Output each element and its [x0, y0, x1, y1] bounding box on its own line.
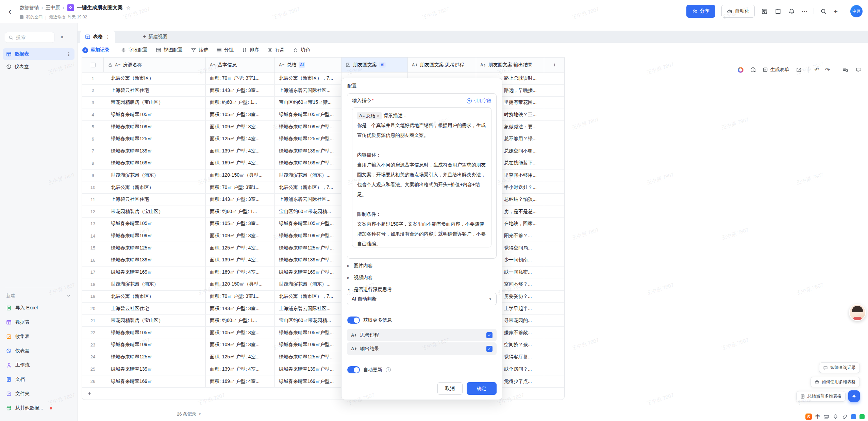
cell-basic-info[interactable]: 面积: 143㎡ 户型: 3室...	[206, 194, 275, 206]
cell-basic-info[interactable]: 面积: 120-150㎡（典型...	[206, 169, 275, 181]
digital-assistant-avatar[interactable]	[849, 304, 866, 321]
column-header-property-name[interactable]: A≡ 房源名称	[104, 58, 206, 72]
share-view-icon[interactable]	[795, 66, 803, 74]
cell-property-name[interactable]: 北辰公寓（新市区）	[104, 181, 206, 193]
cell-basic-info[interactable]: 面积: 169㎡ 户型: 4室...	[206, 266, 275, 278]
row-height-button[interactable]: 行高	[267, 47, 285, 53]
cancel-button[interactable]: 取消	[437, 382, 463, 395]
select-all-checkbox[interactable]	[91, 63, 96, 67]
deep-think-select[interactable]: AI 自动判断 ▼	[347, 293, 497, 305]
notification-bell-icon[interactable]	[788, 7, 796, 15]
option-output-result[interactable]: A 输出结果 ✓	[347, 342, 497, 355]
cell-summary[interactable]: 绿城春来晴翠105㎡户型...	[275, 327, 341, 339]
cell-summary[interactable]: 上海浦东碧云国际社区...	[275, 194, 341, 206]
cell-summary[interactable]: 宝山区约60㎡带花园精...	[275, 315, 341, 327]
sogou-ime-icon[interactable]: S	[805, 414, 812, 420]
ai-assistant-icon[interactable]	[738, 67, 744, 73]
cell-basic-info[interactable]: 面积: 143㎡ 户型: 3室...	[206, 303, 275, 314]
cell-property-name[interactable]: 带花园精装房（宝山区）	[104, 206, 206, 218]
ime-lang-indicator[interactable]: 中	[815, 414, 820, 420]
cell-basic-info[interactable]: 面积: 约60㎡ 户型: 1...	[206, 97, 275, 109]
cell-property-name[interactable]: 绿城春来晴翠169㎡	[104, 375, 206, 388]
cell-summary[interactable]: 绿城春来晴翠105㎡户型...	[275, 218, 341, 230]
cell-basic-info[interactable]: 面积: 139㎡ 户型: 4室...	[206, 254, 275, 266]
cell-property-name[interactable]: 上海碧云社区住宅	[104, 303, 206, 314]
breadcrumb-item[interactable]: 王中原	[46, 5, 60, 11]
fill-color-button[interactable]: 填色	[293, 47, 310, 53]
cell-property-name[interactable]: 绿城春来晴翠105㎡	[104, 327, 206, 339]
redo-icon[interactable]: ↷	[825, 67, 830, 73]
cell-basic-info[interactable]: 面积: 139㎡ 户型: 4室...	[206, 363, 275, 375]
cell-property-name[interactable]: 北辰公寓（新市区）	[104, 72, 206, 84]
keyboard-icon[interactable]	[823, 414, 829, 420]
filter-button[interactable]: 筛选	[191, 47, 208, 53]
new-item-form[interactable]: 收集表	[0, 329, 77, 344]
section-video-content[interactable]: ▶ 视频内容	[347, 273, 373, 283]
cell-summary[interactable]: 绿城春来晴翠109㎡户型...	[275, 230, 341, 242]
column-header-think-process[interactable]: A 朋友圈文案.思考过程	[408, 58, 476, 72]
cell-summary[interactable]: 北辰公寓（新市区），7...	[275, 181, 341, 193]
quick-action-summarize-base[interactable]: 总结当前多维表格	[796, 391, 846, 402]
tab-menu-icon[interactable]: ⋮	[105, 34, 110, 39]
cell-property-name[interactable]: 绿城春来晴翠125㎡	[104, 351, 206, 363]
cell-basic-info[interactable]: 面积: 169㎡ 户型: 4室...	[206, 375, 275, 388]
tray-app-icon[interactable]	[851, 414, 856, 419]
cell-summary[interactable]: 上海浦东碧云国际社区...	[275, 85, 341, 97]
cell-property-name[interactable]: 绿城春来晴翠109㎡	[104, 121, 206, 133]
cell-summary[interactable]: 绿城春来晴翠109㎡户型...	[275, 339, 341, 351]
reference-field-button[interactable]: + 引用字段	[467, 98, 491, 104]
new-item-doc[interactable]: 文档	[0, 372, 77, 387]
cell-summary[interactable]: 绿城春来晴翠125㎡户型...	[275, 242, 341, 254]
sidebar-item-data-table[interactable]: 数据表 ⋮	[3, 48, 74, 60]
column-header-basic-info[interactable]: A≡ 基本信息	[206, 58, 275, 72]
automation-button[interactable]: 自动化	[721, 5, 755, 18]
create-new-icon[interactable]: +	[834, 8, 838, 15]
permission-icon[interactable]	[761, 7, 768, 15]
cell-summary[interactable]: 绿城春来晴翠169㎡户型...	[275, 375, 341, 388]
cell-property-name[interactable]: 绿城春来晴翠105㎡	[104, 218, 206, 230]
cell-property-name[interactable]: 北辰公寓（新市区）	[104, 291, 206, 303]
section-image-content[interactable]: ▶ 图片内容	[347, 261, 373, 271]
think-process-checkbox[interactable]: ✓	[486, 332, 493, 338]
new-item-data-table[interactable]: 数据表	[0, 315, 77, 329]
cell-property-name[interactable]: 绿城春来晴翠139㎡	[104, 145, 206, 157]
cell-basic-info[interactable]: 面积: 125㎡ 户型: 4室...	[206, 133, 275, 145]
group-button[interactable]: 分组	[216, 47, 234, 53]
cell-summary[interactable]: 北辰公寓（新市区），7...	[275, 72, 341, 84]
field-config-button[interactable]: 字段配置	[121, 47, 148, 53]
sidebar-item-dashboard[interactable]: 仪表盘	[3, 61, 74, 72]
auto-update-toggle[interactable]	[347, 366, 360, 373]
share-button[interactable]: 分享	[686, 5, 715, 18]
comment-icon[interactable]	[855, 66, 863, 74]
cell-summary[interactable]: 绿城春来晴翠105㎡户型...	[275, 109, 341, 121]
cell-property-name[interactable]: 绿城春来晴翠105㎡	[104, 109, 206, 121]
cell-basic-info[interactable]: 面积: 139㎡ 户型: 4室...	[206, 145, 275, 157]
cell-basic-info[interactable]: 面积: 70㎡ 户型: 3室1...	[206, 72, 275, 84]
cell-summary[interactable]: 世茂湖滨花园（浦东）...	[275, 278, 341, 290]
sidebar-search-input[interactable]: 搜索	[5, 32, 54, 43]
cell-property-name[interactable]: 上海碧云社区住宅	[104, 85, 206, 97]
confirm-button[interactable]: 确定	[467, 382, 497, 395]
cell-property-name[interactable]: 绿城春来晴翠139㎡	[104, 363, 206, 375]
quick-action-smart-query[interactable]: 智能查询记录	[819, 362, 860, 373]
cell-property-name[interactable]: 绿城春来晴翠109㎡	[104, 230, 206, 242]
cell-basic-info[interactable]: 面积: 120-150㎡（典型...	[206, 278, 275, 290]
cell-property-name[interactable]: 带花园精装房（宝山区）	[104, 97, 206, 109]
favorite-star-icon[interactable]: ☆	[126, 5, 131, 11]
column-header-summary[interactable]: A≡ 总结 AI	[275, 58, 341, 72]
new-view-button[interactable]: + 新建视图	[139, 31, 171, 43]
new-item-workflow[interactable]: 工作流	[0, 358, 77, 372]
add-record-button[interactable]: + 添加记录	[82, 47, 110, 53]
space-name[interactable]: 我的空间	[26, 14, 43, 20]
tray-app-icon[interactable]	[859, 414, 865, 419]
cell-summary[interactable]: 宝山区约60㎡带花园精...	[275, 206, 341, 218]
new-item-from-other-data[interactable]: 从其他数据...	[0, 401, 77, 415]
column-header-output-result[interactable]: A 朋友圈文案.输出结果	[476, 58, 544, 72]
breadcrumb-item[interactable]: 数智营销	[20, 5, 39, 11]
user-avatar[interactable]: 中原	[850, 5, 863, 17]
cell-property-name[interactable]: 绿城春来晴翠169㎡	[104, 157, 206, 169]
cell-summary[interactable]: 绿城春来晴翠109㎡户型...	[275, 121, 341, 133]
cell-basic-info[interactable]: 面积: 109㎡ 户型: 3室...	[206, 121, 275, 133]
cell-summary[interactable]: 绿城春来晴翠139㎡户型...	[275, 145, 341, 157]
sidebar-collapse-icon[interactable]: «	[61, 33, 64, 40]
